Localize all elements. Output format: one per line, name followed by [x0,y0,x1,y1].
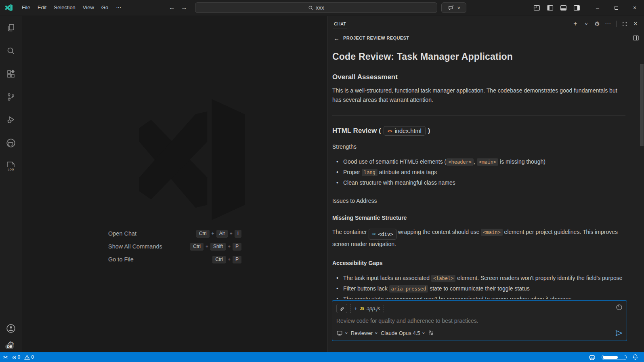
menu-view[interactable]: View [79,2,98,13]
menu-file[interactable]: File [18,2,34,13]
new-chat-button[interactable]: + [571,19,580,28]
quota-gauge-icon[interactable] [616,304,623,311]
chat-input-box[interactable]: + JS app.js Review code for quality and … [332,300,627,341]
model-dropdown[interactable]: Claude Opus 4.5 ∨ [381,330,425,336]
editor-area: Open Chat Ctrl + Alt + I Show All Comman… [23,16,327,352]
agent-mode-picker[interactable]: ∨ [336,330,348,336]
key-plus: + [206,244,208,249]
text-segment: The task input lacks an associated [343,275,431,281]
keycap: Alt [216,230,228,237]
key-plus: + [228,257,231,262]
heading-text: HTML Review ( [332,127,381,135]
toggle-panel-icon[interactable] [560,4,567,11]
inline-code-label: <label> [431,275,456,282]
text-segment: is missing though) [498,158,545,165]
issues-label: Issues to Address [332,196,625,206]
extensions-icon[interactable] [1,64,21,84]
shortcut-show-all-commands: Show All Commands Ctrl + Shift + P [108,242,241,251]
log-viewer-icon[interactable]: LOG [1,156,21,176]
quota-progress-fill [603,356,618,359]
shortcut-label: Show All Commands [108,243,190,250]
remote-indicator-icon[interactable]: >< [3,355,7,360]
keycap: I [235,230,241,237]
vscode-logo-icon [5,4,13,12]
maximize-button[interactable] [607,0,625,15]
attach-context-button[interactable] [336,304,347,313]
menu-selection[interactable]: Selection [50,2,79,13]
explorer-icon[interactable] [1,18,21,38]
send-icon [615,329,623,337]
back-arrow-icon[interactable]: ← [169,4,175,11]
log-icon-label: LOG [6,168,15,171]
paperclip-icon [339,306,345,311]
new-chat-dropdown-icon[interactable]: ∨ [580,19,593,28]
attached-file-name: app.js [367,306,380,311]
text-segment: element. Screen readers won't properly i… [455,275,622,281]
chat-input-value[interactable]: Review code for quality and adherence to… [336,318,623,324]
toggle-secondary-sidebar-icon[interactable] [573,4,580,11]
close-panel-icon[interactable]: × [631,19,640,28]
tab-chat[interactable]: CHAT [333,19,347,29]
maximize-icon [615,6,618,10]
search-sidebar-icon[interactable] [1,41,21,61]
attached-file-chip[interactable]: + JS app.js [350,304,384,313]
file-pill-index-html[interactable]: <> index.html [384,126,426,136]
minimize-button[interactable]: – [588,0,607,15]
command-center-search[interactable]: xxx [195,2,437,13]
text-segment: The empty state announcement won't be co… [343,296,571,299]
run-debug-icon[interactable] [1,110,21,130]
close-window-button[interactable]: × [625,0,644,15]
thread-title: PROJECT REVIEW REQUEST [343,36,409,40]
settings-gear-button[interactable]: ⚙ DE [7,339,15,349]
inline-code-header: <header> [446,158,474,166]
paragraph: The container <><div> wrapping the conte… [332,227,625,249]
problems-warnings[interactable]: 0 [24,354,34,360]
chevron-down-icon: ∨ [375,331,378,335]
copilot-menu-button[interactable]: ∨ [441,2,466,13]
error-icon: ⊗ [12,354,17,360]
send-button[interactable] [615,329,623,337]
chat-settings-gear-icon[interactable]: ⚙ [593,19,602,28]
copilot-status-icon[interactable] [588,354,596,361]
key-plus: + [212,231,214,236]
mode-dropdown[interactable]: Reviewer ∨ [351,330,378,336]
customize-layout-icon[interactable] [533,4,540,11]
configure-tools-button[interactable] [428,330,434,336]
chat-thread-header: ← PROJECT REVIEW REQUEST [328,32,644,44]
paragraph: This is a well-structured, functional ta… [332,86,625,105]
tools-icon [428,330,434,336]
file-pill-label: index.html [395,128,422,134]
menu-go[interactable]: Go [98,2,112,13]
shortcut-open-chat: Open Chat Ctrl + Alt + I [108,229,241,238]
notifications-bell-icon[interactable] [632,354,638,360]
maximize-panel-icon[interactable] [620,19,629,28]
scrollbar-thumb[interactable] [640,64,644,146]
activity-bar: LOG ⚙ DE [0,16,22,352]
thread-back-icon[interactable]: ← [334,35,340,42]
quota-progress-bar[interactable] [602,355,627,360]
menu-overflow[interactable]: ⋯ [112,4,126,11]
list-item: Clean structure with meaningful class na… [332,178,625,188]
keycap: Ctrl [212,256,226,263]
inline-code-aria-pressed: aria-pressed [389,285,428,293]
list-item: Proper lang attribute and meta tags [332,167,625,178]
text-segment: Filter buttons lack [343,285,389,292]
text-segment: Clean structure with meaningful class na… [343,179,455,186]
error-count: 0 [18,354,21,360]
open-chat-in-editor-icon[interactable] [633,35,639,41]
forward-arrow-icon[interactable]: → [181,4,187,11]
github-icon[interactable] [1,133,21,153]
keycap: P [233,243,241,250]
accounts-icon[interactable] [6,323,16,334]
element-pill-div[interactable]: <><div> [369,229,396,240]
problems-errors[interactable]: ⊗ 0 [12,354,21,360]
toggle-primary-sidebar-icon[interactable] [547,4,554,11]
source-control-icon[interactable] [1,87,21,107]
settings-badge: DE [5,344,14,349]
chat-more-actions-icon[interactable]: ⋯ [604,19,613,28]
warning-count: 0 [31,354,34,360]
text-segment: The container [332,229,369,235]
watermark-shortcuts: Open Chat Ctrl + Alt + I Show All Comman… [108,229,241,264]
chevron-down-icon: ∨ [422,331,425,335]
menu-edit[interactable]: Edit [34,2,50,13]
